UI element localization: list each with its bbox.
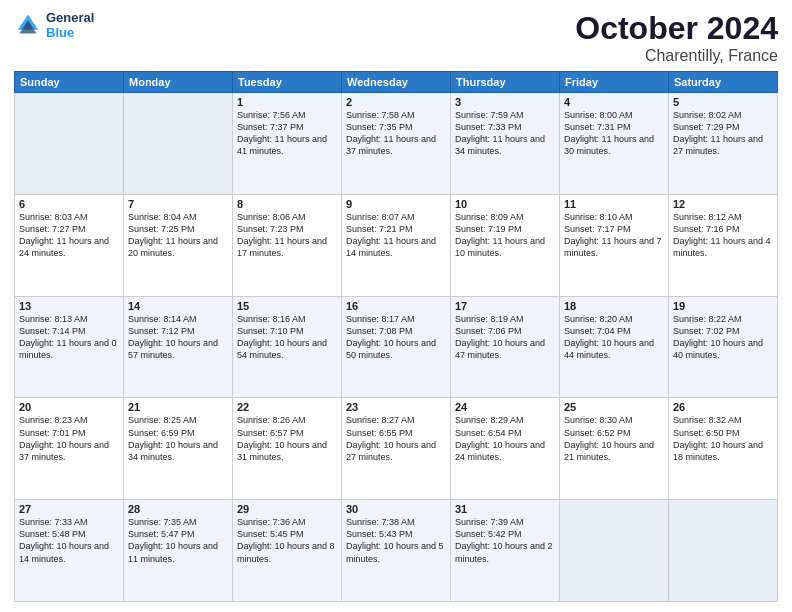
- day-number: 12: [673, 198, 773, 210]
- calendar-cell: 27Sunrise: 7:33 AM Sunset: 5:48 PM Dayli…: [15, 500, 124, 602]
- weekday-header: Monday: [124, 72, 233, 93]
- calendar-cell: 28Sunrise: 7:35 AM Sunset: 5:47 PM Dayli…: [124, 500, 233, 602]
- logo-icon: [14, 11, 42, 39]
- day-number: 6: [19, 198, 119, 210]
- day-number: 19: [673, 300, 773, 312]
- calendar-cell: 21Sunrise: 8:25 AM Sunset: 6:59 PM Dayli…: [124, 398, 233, 500]
- day-info: Sunrise: 8:32 AM Sunset: 6:50 PM Dayligh…: [673, 414, 773, 463]
- day-number: 25: [564, 401, 664, 413]
- day-number: 17: [455, 300, 555, 312]
- calendar-week-row: 1Sunrise: 7:56 AM Sunset: 7:37 PM Daylig…: [15, 93, 778, 195]
- calendar-cell: 23Sunrise: 8:27 AM Sunset: 6:55 PM Dayli…: [342, 398, 451, 500]
- day-info: Sunrise: 8:03 AM Sunset: 7:27 PM Dayligh…: [19, 211, 119, 260]
- day-info: Sunrise: 8:17 AM Sunset: 7:08 PM Dayligh…: [346, 313, 446, 362]
- calendar-cell: 31Sunrise: 7:39 AM Sunset: 5:42 PM Dayli…: [451, 500, 560, 602]
- calendar-cell: 9Sunrise: 8:07 AM Sunset: 7:21 PM Daylig…: [342, 194, 451, 296]
- page: General Blue October 2024 Charentilly, F…: [0, 0, 792, 612]
- day-info: Sunrise: 8:02 AM Sunset: 7:29 PM Dayligh…: [673, 109, 773, 158]
- day-number: 26: [673, 401, 773, 413]
- day-info: Sunrise: 8:04 AM Sunset: 7:25 PM Dayligh…: [128, 211, 228, 260]
- calendar-cell: 4Sunrise: 8:00 AM Sunset: 7:31 PM Daylig…: [560, 93, 669, 195]
- logo: General Blue: [14, 10, 94, 40]
- day-number: 2: [346, 96, 446, 108]
- calendar-cell: 25Sunrise: 8:30 AM Sunset: 6:52 PM Dayli…: [560, 398, 669, 500]
- calendar-week-row: 6Sunrise: 8:03 AM Sunset: 7:27 PM Daylig…: [15, 194, 778, 296]
- day-number: 4: [564, 96, 664, 108]
- day-info: Sunrise: 8:10 AM Sunset: 7:17 PM Dayligh…: [564, 211, 664, 260]
- day-info: Sunrise: 8:22 AM Sunset: 7:02 PM Dayligh…: [673, 313, 773, 362]
- day-number: 16: [346, 300, 446, 312]
- day-info: Sunrise: 8:27 AM Sunset: 6:55 PM Dayligh…: [346, 414, 446, 463]
- day-info: Sunrise: 7:38 AM Sunset: 5:43 PM Dayligh…: [346, 516, 446, 565]
- day-number: 3: [455, 96, 555, 108]
- day-info: Sunrise: 8:25 AM Sunset: 6:59 PM Dayligh…: [128, 414, 228, 463]
- calendar-week-row: 27Sunrise: 7:33 AM Sunset: 5:48 PM Dayli…: [15, 500, 778, 602]
- calendar-cell: 17Sunrise: 8:19 AM Sunset: 7:06 PM Dayli…: [451, 296, 560, 398]
- weekday-header-row: SundayMondayTuesdayWednesdayThursdayFrid…: [15, 72, 778, 93]
- calendar-cell: 24Sunrise: 8:29 AM Sunset: 6:54 PM Dayli…: [451, 398, 560, 500]
- calendar-cell: 11Sunrise: 8:10 AM Sunset: 7:17 PM Dayli…: [560, 194, 669, 296]
- day-info: Sunrise: 7:36 AM Sunset: 5:45 PM Dayligh…: [237, 516, 337, 565]
- header: General Blue October 2024 Charentilly, F…: [14, 10, 778, 65]
- calendar-cell: 16Sunrise: 8:17 AM Sunset: 7:08 PM Dayli…: [342, 296, 451, 398]
- day-number: 28: [128, 503, 228, 515]
- day-number: 30: [346, 503, 446, 515]
- day-number: 18: [564, 300, 664, 312]
- day-info: Sunrise: 8:29 AM Sunset: 6:54 PM Dayligh…: [455, 414, 555, 463]
- calendar-cell: 30Sunrise: 7:38 AM Sunset: 5:43 PM Dayli…: [342, 500, 451, 602]
- day-info: Sunrise: 8:09 AM Sunset: 7:19 PM Dayligh…: [455, 211, 555, 260]
- day-info: Sunrise: 8:14 AM Sunset: 7:12 PM Dayligh…: [128, 313, 228, 362]
- day-info: Sunrise: 8:30 AM Sunset: 6:52 PM Dayligh…: [564, 414, 664, 463]
- weekday-header: Thursday: [451, 72, 560, 93]
- calendar-cell: [15, 93, 124, 195]
- day-info: Sunrise: 8:06 AM Sunset: 7:23 PM Dayligh…: [237, 211, 337, 260]
- month-title: October 2024: [575, 10, 778, 47]
- day-info: Sunrise: 8:26 AM Sunset: 6:57 PM Dayligh…: [237, 414, 337, 463]
- calendar-cell: 26Sunrise: 8:32 AM Sunset: 6:50 PM Dayli…: [669, 398, 778, 500]
- calendar-cell: 15Sunrise: 8:16 AM Sunset: 7:10 PM Dayli…: [233, 296, 342, 398]
- day-info: Sunrise: 8:07 AM Sunset: 7:21 PM Dayligh…: [346, 211, 446, 260]
- calendar-cell: 20Sunrise: 8:23 AM Sunset: 7:01 PM Dayli…: [15, 398, 124, 500]
- day-info: Sunrise: 8:23 AM Sunset: 7:01 PM Dayligh…: [19, 414, 119, 463]
- calendar-cell: 22Sunrise: 8:26 AM Sunset: 6:57 PM Dayli…: [233, 398, 342, 500]
- logo-text: General Blue: [46, 10, 94, 40]
- day-info: Sunrise: 8:12 AM Sunset: 7:16 PM Dayligh…: [673, 211, 773, 260]
- day-number: 7: [128, 198, 228, 210]
- location-title: Charentilly, France: [575, 47, 778, 65]
- calendar-cell: [669, 500, 778, 602]
- day-number: 1: [237, 96, 337, 108]
- day-number: 13: [19, 300, 119, 312]
- day-number: 14: [128, 300, 228, 312]
- day-number: 20: [19, 401, 119, 413]
- day-number: 5: [673, 96, 773, 108]
- day-number: 11: [564, 198, 664, 210]
- weekday-header: Friday: [560, 72, 669, 93]
- day-info: Sunrise: 8:20 AM Sunset: 7:04 PM Dayligh…: [564, 313, 664, 362]
- day-number: 15: [237, 300, 337, 312]
- day-info: Sunrise: 7:56 AM Sunset: 7:37 PM Dayligh…: [237, 109, 337, 158]
- calendar-cell: 19Sunrise: 8:22 AM Sunset: 7:02 PM Dayli…: [669, 296, 778, 398]
- calendar-cell: [124, 93, 233, 195]
- day-info: Sunrise: 7:35 AM Sunset: 5:47 PM Dayligh…: [128, 516, 228, 565]
- title-block: October 2024 Charentilly, France: [575, 10, 778, 65]
- calendar-cell: 5Sunrise: 8:02 AM Sunset: 7:29 PM Daylig…: [669, 93, 778, 195]
- weekday-header: Sunday: [15, 72, 124, 93]
- calendar-cell: 3Sunrise: 7:59 AM Sunset: 7:33 PM Daylig…: [451, 93, 560, 195]
- calendar-table: SundayMondayTuesdayWednesdayThursdayFrid…: [14, 71, 778, 602]
- calendar-cell: 29Sunrise: 7:36 AM Sunset: 5:45 PM Dayli…: [233, 500, 342, 602]
- day-info: Sunrise: 8:16 AM Sunset: 7:10 PM Dayligh…: [237, 313, 337, 362]
- day-info: Sunrise: 8:13 AM Sunset: 7:14 PM Dayligh…: [19, 313, 119, 362]
- weekday-header: Tuesday: [233, 72, 342, 93]
- day-number: 8: [237, 198, 337, 210]
- calendar-cell: 1Sunrise: 7:56 AM Sunset: 7:37 PM Daylig…: [233, 93, 342, 195]
- weekday-header: Saturday: [669, 72, 778, 93]
- day-number: 23: [346, 401, 446, 413]
- day-info: Sunrise: 7:59 AM Sunset: 7:33 PM Dayligh…: [455, 109, 555, 158]
- day-number: 10: [455, 198, 555, 210]
- day-number: 22: [237, 401, 337, 413]
- calendar-cell: [560, 500, 669, 602]
- day-info: Sunrise: 7:58 AM Sunset: 7:35 PM Dayligh…: [346, 109, 446, 158]
- day-info: Sunrise: 8:19 AM Sunset: 7:06 PM Dayligh…: [455, 313, 555, 362]
- calendar-cell: 2Sunrise: 7:58 AM Sunset: 7:35 PM Daylig…: [342, 93, 451, 195]
- calendar-cell: 6Sunrise: 8:03 AM Sunset: 7:27 PM Daylig…: [15, 194, 124, 296]
